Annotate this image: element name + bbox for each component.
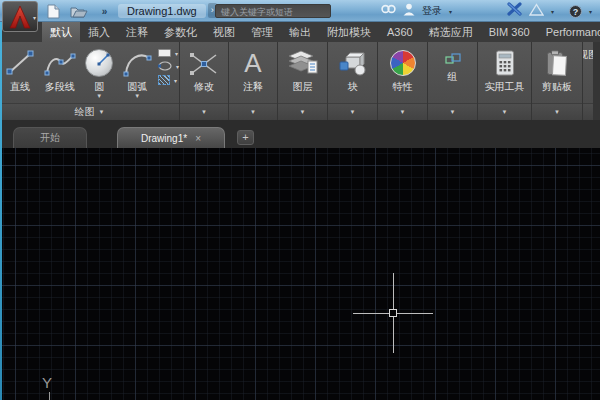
ellipse-dropdown-icon[interactable]: ▾: [176, 63, 179, 70]
arc-icon: [122, 47, 152, 79]
draw-panel-caret-icon: ▼: [99, 109, 105, 115]
clipboard-icon: [546, 47, 568, 79]
modify-button[interactable]: 修改: [189, 45, 219, 93]
ribbon-tab-bar: 默认 插入 注释 参数化 视图 管理 输出 附加模块 A360 精选应用 BIM…: [0, 22, 600, 42]
alert-triangle-icon[interactable]: [529, 2, 544, 20]
search-placeholder: 键入关键字或短语: [221, 7, 293, 17]
hatch-button[interactable]: ▾: [158, 75, 179, 85]
clipboard-panel-expander[interactable]: ▼: [532, 103, 582, 120]
ribbon-panel-annotate: A 注释 ▼: [229, 42, 277, 120]
polyline-button[interactable]: 多段线: [39, 45, 80, 93]
quick-access-toolbar: »: [44, 3, 114, 19]
clipboard-button[interactable]: 剪贴板: [542, 45, 572, 93]
circle-icon: [85, 47, 113, 79]
draw-panel-expander[interactable]: 绘图 ▼: [0, 103, 179, 120]
line-button[interactable]: 直线: [3, 45, 37, 93]
ribbon-tab-default[interactable]: 默认: [42, 22, 80, 42]
autocad-logo-icon: [7, 5, 33, 29]
utilities-panel-caret-icon: ▼: [502, 109, 508, 115]
layers-icon: [287, 47, 319, 79]
block-button[interactable]: 块: [337, 45, 369, 93]
groups-icon: [445, 51, 461, 69]
open-file-button[interactable]: [70, 3, 88, 19]
hatch-dropdown-icon[interactable]: ▾: [174, 77, 177, 84]
app-menu-button[interactable]: ▾: [2, 1, 38, 32]
ribbon-tab-annotate[interactable]: 注释: [118, 22, 156, 42]
file-tab-drawing1[interactable]: Drawing1* ×: [117, 127, 225, 148]
ribbon-tab-a360[interactable]: A360: [379, 22, 421, 42]
arc-button[interactable]: 圆弧 ▼: [118, 45, 156, 99]
ribbon-panel-view-partial: 视图: [583, 42, 593, 120]
annotate-button[interactable]: A 注释: [243, 45, 263, 93]
annotate-panel-expander[interactable]: ▼: [229, 103, 277, 120]
utilities-button[interactable]: 实用工具: [485, 45, 525, 93]
alert-dropdown-icon[interactable]: ▾: [551, 8, 554, 15]
view-panel-expander[interactable]: [583, 103, 593, 120]
block-panel-expander[interactable]: ▼: [328, 103, 377, 120]
ribbon-panel-block: 块 ▼: [328, 42, 377, 120]
ucs-y-axis-line: [49, 392, 50, 400]
layers-panel-caret-icon: ▼: [300, 109, 306, 115]
window-left-border: [0, 22, 2, 400]
help-icon[interactable]: ?: [569, 5, 582, 18]
close-tab-icon[interactable]: ×: [195, 133, 201, 144]
search-icon[interactable]: [381, 2, 396, 20]
arc-dropdown-icon[interactable]: ▼: [134, 93, 140, 99]
drawing-canvas[interactable]: Y: [0, 148, 600, 400]
ribbon-tab-output[interactable]: 输出: [281, 22, 319, 42]
help-dropdown-icon[interactable]: ▾: [589, 8, 592, 15]
line-icon: [5, 47, 35, 79]
ellipse-button[interactable]: ▾: [158, 61, 179, 71]
user-icon: [403, 2, 415, 20]
new-file-button[interactable]: [44, 3, 62, 19]
properties-panel-caret-icon: ▼: [400, 109, 406, 115]
draw-panel-title: 绘图: [75, 105, 95, 119]
block-icon: [337, 47, 369, 79]
rectangle-icon: [158, 49, 171, 57]
signin-dropdown-icon[interactable]: ▾: [449, 8, 452, 15]
titlebar-right-controls: 登录 ▾ ▾ ? ▾: [381, 2, 592, 20]
annotate-panel-caret-icon: ▼: [250, 109, 256, 115]
ribbon-tab-manage[interactable]: 管理: [243, 22, 281, 42]
ribbon-panel-layers: 图层 ▼: [278, 42, 327, 120]
titlebar: » Drawing1.dwg › 键入关键字或短语 登录 ▾: [0, 0, 600, 22]
modify-icon: [189, 47, 219, 79]
crosshair-pickbox: [389, 309, 397, 317]
ribbon-panel-groups: 组 ▼: [428, 42, 477, 120]
open-folder-icon: [70, 5, 88, 18]
rectangle-dropdown-icon[interactable]: ▾: [175, 50, 178, 57]
ribbon-tab-featured-apps[interactable]: 精选应用: [421, 22, 481, 42]
view-button[interactable]: 视图: [583, 45, 593, 61]
ribbon-tab-bim360[interactable]: BIM 360: [481, 22, 538, 42]
signin-button[interactable]: 登录: [422, 4, 442, 18]
groups-button[interactable]: 组: [445, 45, 461, 83]
ribbon-tab-addins[interactable]: 附加模块: [319, 22, 379, 42]
ribbon-tab-performance[interactable]: Performance: [538, 22, 600, 42]
utilities-panel-expander[interactable]: ▼: [478, 103, 531, 120]
properties-button[interactable]: 特性: [390, 45, 416, 93]
groups-panel-expander[interactable]: ▼: [428, 103, 477, 120]
new-tab-button[interactable]: +: [237, 130, 254, 145]
qat-overflow-button[interactable]: »: [96, 3, 114, 19]
ribbon-tab-parametric[interactable]: 参数化: [156, 22, 205, 42]
ribbon-panel-draw: 直线 多段线: [0, 42, 179, 120]
modify-panel-caret-icon: ▼: [201, 109, 207, 115]
search-input[interactable]: 键入关键字或短语: [215, 4, 331, 18]
ucs-y-axis-label: Y: [42, 374, 52, 391]
ribbon-tab-view[interactable]: 视图: [205, 22, 243, 42]
a360-icon[interactable]: [507, 2, 522, 20]
rectangle-button[interactable]: ▾: [158, 49, 179, 57]
polyline-icon: [43, 47, 77, 79]
color-wheel-icon: [390, 47, 416, 79]
circle-button[interactable]: 圆 ▼: [82, 45, 116, 99]
layers-button[interactable]: 图层: [287, 45, 319, 93]
ellipse-icon: [158, 61, 172, 71]
calculator-icon: [495, 47, 515, 79]
modify-panel-expander[interactable]: ▼: [180, 103, 228, 120]
file-tab-start[interactable]: 开始: [13, 127, 87, 148]
properties-panel-expander[interactable]: ▼: [378, 103, 427, 120]
circle-dropdown-icon[interactable]: ▼: [96, 93, 102, 99]
start-tab-label: 开始: [40, 131, 60, 145]
ribbon-tab-insert[interactable]: 插入: [80, 22, 118, 42]
layers-panel-expander[interactable]: ▼: [278, 103, 327, 120]
